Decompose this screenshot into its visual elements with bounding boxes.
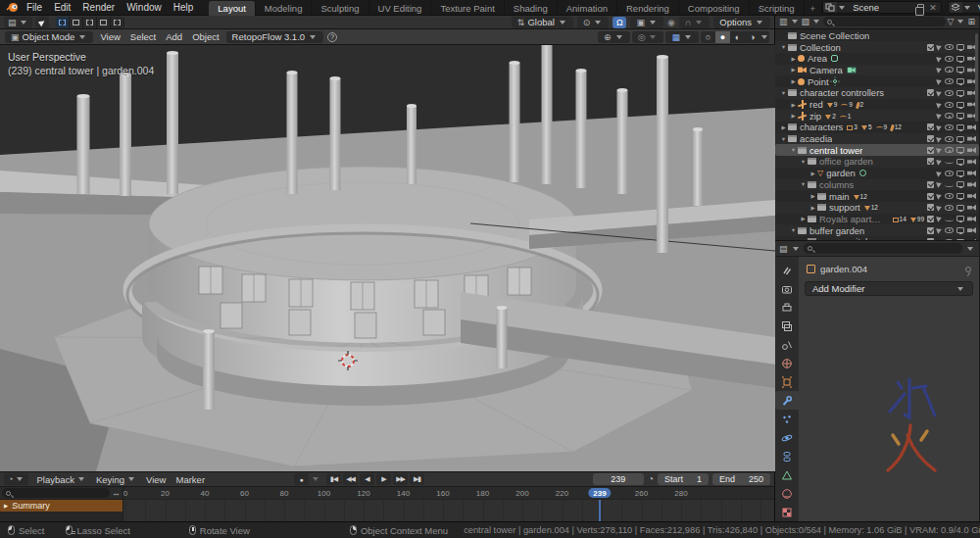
selectable-icon[interactable] <box>936 77 943 84</box>
disable-render-icon[interactable] <box>967 193 976 199</box>
outliner-row-characters[interactable]: ▶characters35912 <box>775 122 979 133</box>
expander-icon[interactable]: ▼ <box>799 239 808 240</box>
viewport-menu-add[interactable]: Add <box>161 31 187 42</box>
properties-tab-output[interactable] <box>775 298 799 317</box>
shading-wireframe-button[interactable]: ○ <box>701 31 715 43</box>
expander-icon[interactable]: ▶ <box>808 205 817 211</box>
disable-viewport-icon[interactable] <box>956 90 964 96</box>
workspace-tab-uv-editing[interactable]: UV Editing <box>369 1 432 16</box>
next-keyframe-button[interactable]: ▶▶ <box>393 473 408 485</box>
eye-icon[interactable] <box>945 124 954 130</box>
expander-icon[interactable]: ▼ <box>779 136 788 142</box>
checkbox-icon[interactable] <box>927 123 934 130</box>
disable-viewport-icon[interactable] <box>956 113 964 119</box>
properties-tab-constraints[interactable] <box>775 447 799 465</box>
expander-icon[interactable]: ▼ <box>799 181 808 187</box>
expander-icon[interactable]: ▼ <box>779 44 788 50</box>
play-reverse-button[interactable]: ◀ <box>360 473 374 485</box>
scene-browse-icon[interactable] <box>823 2 837 13</box>
summary-channel[interactable]: ▶ Summary <box>0 500 122 512</box>
selectable-icon[interactable] <box>936 147 943 154</box>
disable-viewport-icon[interactable] <box>956 171 964 176</box>
auto-key-dropdown-caret[interactable] <box>313 477 318 481</box>
outliner-row-point[interactable]: ▶Point <box>775 75 979 87</box>
gizmos-dropdown[interactable]: ⊕ <box>598 31 630 43</box>
disable-render-icon[interactable] <box>967 159 976 165</box>
checkbox-icon[interactable] <box>927 158 934 165</box>
disable-viewport-icon[interactable] <box>956 136 964 142</box>
timeline-ruler[interactable]: 020406080100120140160180200220260280239 <box>123 487 774 500</box>
view-layer-icon[interactable] <box>949 2 962 13</box>
eye-icon[interactable] <box>945 44 954 50</box>
expand-width-icon[interactable]: ↔ <box>112 487 121 499</box>
eye-closed-icon[interactable] <box>945 182 954 187</box>
transform-orientation-dropdown[interactable]: ⇅Global <box>512 17 573 28</box>
workspace-tab-sculpting[interactable]: Sculpting <box>312 1 368 16</box>
checkbox-icon[interactable] <box>927 89 934 96</box>
disable-viewport-icon[interactable] <box>956 227 964 233</box>
outliner-row-area[interactable]: ▶Area <box>775 53 979 65</box>
disable-viewport-icon[interactable] <box>956 193 964 199</box>
pivot-point-dropdown[interactable]: ⊙ <box>577 17 610 28</box>
expander-icon[interactable]: ▶ <box>789 56 798 62</box>
eye-icon[interactable] <box>945 193 954 199</box>
new-scene-icon[interactable] <box>917 4 924 11</box>
timeline-menu-playback[interactable]: Playback <box>31 474 91 485</box>
disable-viewport-icon[interactable] <box>956 56 964 62</box>
outliner-row-camera[interactable]: ▶Camera <box>775 65 979 76</box>
properties-tab-modifiers[interactable] <box>775 391 799 410</box>
outliner-row-buffer-garden[interactable]: ▼buffer garden <box>775 224 979 236</box>
disable-viewport-icon[interactable] <box>956 205 964 211</box>
selectable-icon[interactable] <box>936 135 943 142</box>
jump-start-button[interactable]: ▮◀ <box>326 473 341 485</box>
workspace-tab-compositing[interactable]: Compositing <box>679 1 750 16</box>
outliner-scrollbar[interactable] <box>975 33 978 122</box>
jump-end-button[interactable]: ▶▮ <box>410 473 424 485</box>
selectable-icon[interactable] <box>936 55 943 62</box>
select-extend-button[interactable] <box>70 17 83 28</box>
disable-viewport-icon[interactable] <box>956 44 964 50</box>
checkbox-icon[interactable] <box>927 135 934 142</box>
workspace-tab-shading[interactable]: Shading <box>505 1 558 16</box>
properties-tab-physics[interactable] <box>775 428 799 447</box>
filter-caret[interactable] <box>957 20 963 24</box>
expander-icon[interactable]: ▶ <box>808 171 817 176</box>
mode-dropdown[interactable]: ▣Object Mode <box>5 31 93 43</box>
expander-icon[interactable]: ▶ <box>789 102 798 108</box>
expander-icon[interactable]: ▼ <box>789 147 798 153</box>
eye-icon[interactable] <box>945 102 954 108</box>
properties-options-caret[interactable] <box>967 247 973 251</box>
selectable-icon[interactable] <box>936 170 943 176</box>
properties-editor-type-icon[interactable]: ▤ <box>779 243 788 255</box>
expander-icon[interactable]: ▶ <box>789 67 798 73</box>
breadcrumb-object-name[interactable]: garden.004 <box>820 264 867 274</box>
shading-solid-button[interactable]: ● <box>715 31 730 43</box>
select-box-button[interactable] <box>56 17 70 28</box>
eye-icon[interactable] <box>945 67 954 73</box>
selectable-icon[interactable] <box>936 238 943 240</box>
scene-name-field[interactable]: Scene <box>847 2 917 13</box>
selectable-icon[interactable] <box>936 226 943 233</box>
disable-viewport-icon[interactable] <box>956 239 964 240</box>
disable-render-icon[interactable] <box>967 171 976 176</box>
outliner-row-red[interactable]: ▶red992 <box>775 99 979 111</box>
properties-tab-data[interactable] <box>775 465 799 484</box>
properties-tab-object[interactable] <box>775 372 799 391</box>
outliner-row-support[interactable]: ▶support12 <box>775 202 979 214</box>
proportional-edit-toggle[interactable]: ◉ <box>667 17 675 28</box>
disable-render-icon[interactable] <box>967 136 976 142</box>
outliner-display-caret[interactable] <box>813 20 819 24</box>
eye-icon[interactable] <box>945 136 954 142</box>
eye-closed-icon[interactable] <box>945 159 954 164</box>
timeline-search-input[interactable] <box>2 488 110 498</box>
disable-viewport-icon[interactable] <box>956 67 964 73</box>
add-workspace-button[interactable]: + <box>805 1 823 16</box>
expander-icon[interactable]: ▶ <box>808 193 817 199</box>
properties-tab-scene[interactable] <box>775 335 799 354</box>
selectable-icon[interactable] <box>936 204 943 211</box>
disable-viewport-icon[interactable] <box>956 216 964 221</box>
current-frame-field[interactable]: 239 <box>593 473 644 485</box>
overlays-dropdown[interactable]: ◎ <box>632 31 664 43</box>
expander-icon[interactable]: ▶ <box>779 124 788 130</box>
proportional-falloff-dropdown[interactable]: ∩ <box>679 17 710 28</box>
